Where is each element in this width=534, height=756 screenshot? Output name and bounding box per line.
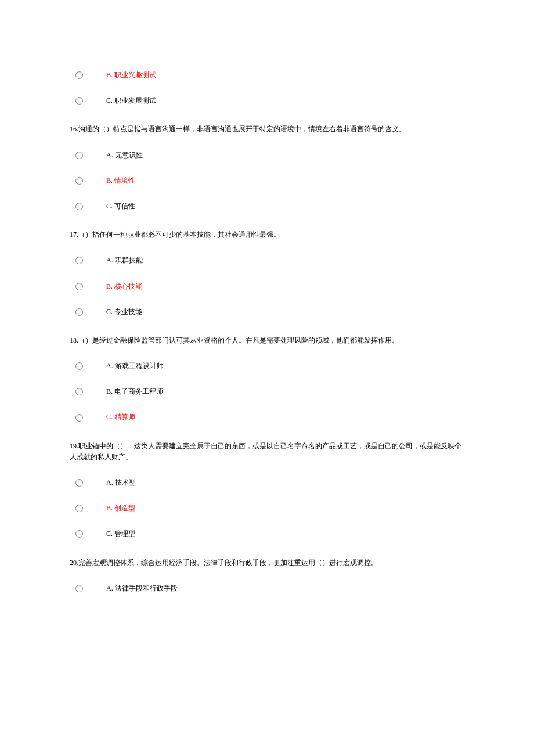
option-label: B. 情境性	[106, 175, 135, 186]
radio-icon[interactable]	[75, 97, 83, 105]
radio-icon[interactable]	[75, 71, 83, 79]
question-block: B. 职业兴趣测试C. 职业发展测试	[70, 70, 464, 106]
option-row[interactable]: C. 专业技能	[70, 307, 464, 318]
option-row[interactable]: A. 游戏工程设计师	[70, 361, 464, 372]
radio-icon[interactable]	[75, 257, 83, 264]
option-row[interactable]: C. 职业发展测试	[70, 95, 464, 106]
option-row[interactable]: A. 法律手段和行政手段	[70, 583, 464, 594]
question-block: 16.沟通的（）特点是指与语言沟通一样，非语言沟通也展开于特定的语境中，情境左右…	[70, 124, 464, 212]
option-label: C. 精算师	[106, 412, 135, 423]
radio-icon[interactable]	[75, 203, 83, 210]
option-row[interactable]: A. 职群技能	[70, 255, 464, 266]
option-row[interactable]: C. 精算师	[70, 412, 464, 423]
option-row[interactable]: B. 核心技能	[70, 281, 464, 292]
question-text: 18.（）是经过金融保险监管部门认可其从业资格的个人。在凡是需要处理风险的领域，…	[70, 335, 464, 346]
option-label: A. 无意识性	[106, 150, 143, 161]
question-text: 17.（）指任何一种职业都必不可少的基本技能，其社会通用性最强。	[70, 229, 464, 240]
option-label: B. 核心技能	[106, 281, 142, 292]
question-text: 19.职业锚中的（）：这类人需要建立完全属于自己的东西，或是以自己名字命名的产品…	[70, 441, 464, 463]
radio-icon[interactable]	[75, 530, 83, 538]
option-row[interactable]: B. 职业兴趣测试	[70, 70, 464, 81]
option-label: A. 职群技能	[106, 255, 143, 266]
radio-icon[interactable]	[75, 283, 83, 290]
radio-icon[interactable]	[75, 585, 83, 592]
question-text: 20.完善宏观调控体系，综合运用经济手段、法律手段和行政手段，更加注重运用（）进…	[70, 557, 464, 568]
option-label: C. 管理型	[106, 528, 135, 539]
option-label: B. 创造型	[106, 503, 135, 514]
option-row[interactable]: C. 可信性	[70, 201, 464, 212]
radio-icon[interactable]	[75, 388, 83, 395]
option-row[interactable]: B. 电子商务工程师	[70, 386, 464, 397]
radio-icon[interactable]	[75, 414, 83, 422]
question-block: 18.（）是经过金融保险监管部门认可其从业资格的个人。在凡是需要处理风险的领域，…	[70, 335, 464, 423]
question-text: 16.沟通的（）特点是指与语言沟通一样，非语言沟通也展开于特定的语境中，情境左右…	[70, 124, 464, 135]
radio-icon[interactable]	[75, 308, 83, 316]
option-label: B. 电子商务工程师	[106, 386, 163, 397]
radio-icon[interactable]	[75, 479, 83, 487]
option-label: A. 游戏工程设计师	[106, 361, 164, 372]
option-label: C. 可信性	[106, 201, 135, 212]
radio-icon[interactable]	[75, 505, 83, 512]
option-row[interactable]: B. 创造型	[70, 503, 464, 514]
option-row[interactable]: B. 情境性	[70, 175, 464, 186]
option-label: B. 职业兴趣测试	[106, 70, 156, 81]
question-block: 19.职业锚中的（）：这类人需要建立完全属于自己的东西，或是以自己名字命名的产品…	[70, 441, 464, 540]
radio-icon[interactable]	[75, 362, 83, 370]
option-label: A. 法律手段和行政手段	[106, 583, 178, 594]
question-block: 17.（）指任何一种职业都必不可少的基本技能，其社会通用性最强。A. 职群技能B…	[70, 229, 464, 318]
option-row[interactable]: A. 技术型	[70, 477, 464, 488]
question-block: 20.完善宏观调控体系，综合运用经济手段、法律手段和行政手段，更加注重运用（）进…	[70, 557, 464, 594]
option-label: C. 职业发展测试	[106, 95, 156, 106]
option-label: A. 技术型	[106, 477, 136, 488]
option-row[interactable]: C. 管理型	[70, 528, 464, 539]
radio-icon[interactable]	[75, 152, 83, 159]
option-row[interactable]: A. 无意识性	[70, 150, 464, 161]
option-label: C. 专业技能	[106, 307, 142, 318]
radio-icon[interactable]	[75, 177, 83, 185]
